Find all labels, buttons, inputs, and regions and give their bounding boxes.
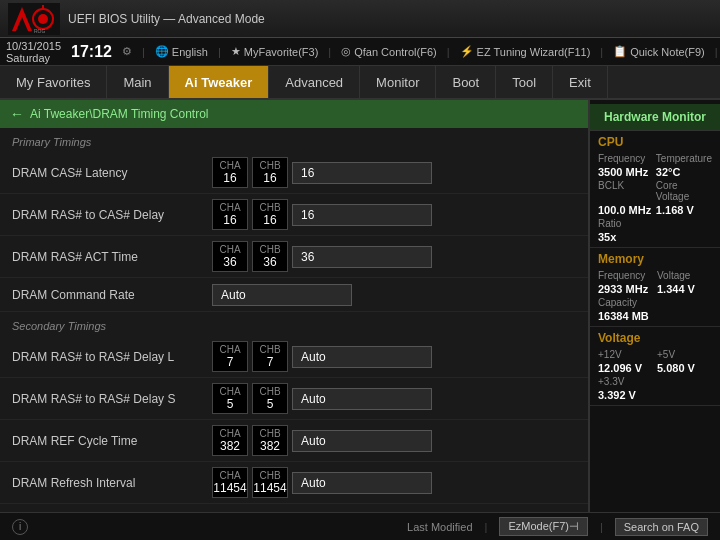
- hw-monitor-title: Hardware Monitor: [590, 104, 720, 131]
- value-bar[interactable]: Auto: [212, 284, 352, 306]
- table-row[interactable]: DRAM RAS# to RAS# Delay S CHA 5 CHB 5 Au…: [0, 378, 588, 420]
- nav-main[interactable]: Main: [107, 66, 168, 98]
- star-icon: ★: [231, 45, 241, 58]
- note-icon: 📋: [613, 45, 627, 58]
- table-row[interactable]: DRAM Refresh Interval CHA 11454 CHB 1145…: [0, 462, 588, 504]
- memory-grid: Frequency Voltage 2933 MHz 1.344 V Capac…: [598, 270, 712, 322]
- table-row[interactable]: DRAM WRITE Recovery Time Auto: [0, 504, 588, 510]
- setting-controls: CHA 7 CHB 7 Auto: [212, 341, 432, 372]
- value-bar[interactable]: Auto: [292, 472, 432, 494]
- cha-box: CHA 5: [212, 383, 248, 414]
- voltage-grid: +12V +5V 12.096 V 5.080 V +3.3V 3.392 V: [598, 349, 712, 401]
- cpu-corevolt-label: Core Voltage: [656, 180, 712, 202]
- footer-right: Last Modified | EzMode(F7)⊣ | Search on …: [407, 517, 708, 536]
- cpu-ratio-value: 35x: [598, 231, 652, 243]
- cpu-temp-value: 32°C: [656, 166, 712, 178]
- time-display: 17:12: [71, 43, 112, 61]
- setting-label: DRAM RAS# to RAS# Delay L: [12, 350, 212, 364]
- setting-label: DRAM RAS# to RAS# Delay S: [12, 392, 212, 406]
- v33-label: +3.3V: [598, 376, 653, 387]
- setting-label: DRAM RAS# ACT Time: [12, 250, 212, 264]
- cpu-bclk-value: 100.0 MHz: [598, 204, 652, 216]
- footer: i Last Modified | EzMode(F7)⊣ | Search o…: [0, 512, 720, 540]
- fan-icon: ◎: [341, 45, 351, 58]
- table-row[interactable]: DRAM RAS# to RAS# Delay L CHA 7 CHB 7 Au…: [0, 336, 588, 378]
- search-faq-button[interactable]: Search on FAQ: [615, 518, 708, 536]
- value-bar[interactable]: Auto: [292, 388, 432, 410]
- chb-box: CHB 16: [252, 157, 288, 188]
- value-bar[interactable]: 16: [292, 162, 432, 184]
- chb-box: CHB 7: [252, 341, 288, 372]
- back-button[interactable]: ←: [10, 106, 24, 122]
- v12-value: 12.096 V: [598, 362, 653, 374]
- setting-controls: CHA 5 CHB 5 Auto: [212, 383, 432, 414]
- cpu-temp-label: Temperature: [656, 153, 712, 164]
- ez-mode-button[interactable]: EzMode(F7)⊣: [499, 517, 588, 536]
- cpu-section-title: CPU: [598, 135, 712, 149]
- cpu-freq-value: 3500 MHz: [598, 166, 652, 178]
- value-bar[interactable]: Auto: [292, 346, 432, 368]
- setting-controls: CHA 11454 CHB 11454 Auto: [212, 467, 432, 498]
- content-area: Primary Timings DRAM CAS# Latency CHA 16…: [0, 128, 588, 510]
- footer-left: i: [12, 519, 28, 535]
- nav-advanced[interactable]: Advanced: [269, 66, 360, 98]
- setting-controls: Auto: [212, 284, 352, 306]
- setting-controls: CHA 16 CHB 16 16: [212, 199, 432, 230]
- v5-label: +5V: [657, 349, 712, 360]
- hardware-monitor-panel: Hardware Monitor CPU Frequency Temperatu…: [590, 100, 720, 512]
- table-row[interactable]: DRAM RAS# to CAS# Delay CHA 16 CHB 16 16: [0, 194, 588, 236]
- toolbar: 10/31/2015 Saturday 17:12 ⚙ | 🌐 English …: [0, 38, 720, 66]
- memory-section: Memory Frequency Voltage 2933 MHz 1.344 …: [590, 248, 720, 327]
- cha-box: CHA 36: [212, 241, 248, 272]
- setting-controls: Auto: [212, 510, 352, 511]
- value-bar[interactable]: 16: [292, 204, 432, 226]
- value-bar[interactable]: Auto: [292, 430, 432, 452]
- mem-cap-label: Capacity: [598, 297, 653, 308]
- value-bar[interactable]: Auto: [212, 510, 352, 511]
- setting-controls: CHA 382 CHB 382 Auto: [212, 425, 432, 456]
- table-row[interactable]: DRAM RAS# ACT Time CHA 36 CHB 36 36: [0, 236, 588, 278]
- quick-note-btn[interactable]: 📋 Quick Note(F9): [613, 45, 705, 58]
- my-favorite-btn[interactable]: ★ MyFavorite(F3): [231, 45, 319, 58]
- setting-label: DRAM RAS# to CAS# Delay: [12, 208, 212, 222]
- last-modified-label: Last Modified: [407, 521, 472, 533]
- nav-monitor[interactable]: Monitor: [360, 66, 436, 98]
- setting-controls: CHA 16 CHB 16 16: [212, 157, 432, 188]
- voltage-section-title: Voltage: [598, 331, 712, 345]
- table-row[interactable]: DRAM REF Cycle Time CHA 382 CHB 382 Auto: [0, 420, 588, 462]
- mem-volt-value: 1.344 V: [657, 283, 712, 295]
- nav-my-favorites[interactable]: My Favorites: [0, 66, 107, 98]
- title-bar: ROG UEFI BIOS Utility — Advanced Mode: [0, 0, 720, 38]
- title-text: UEFI BIOS Utility — Advanced Mode: [68, 12, 265, 26]
- chb-box: CHB 382: [252, 425, 288, 456]
- table-row[interactable]: DRAM Command Rate Auto: [0, 278, 588, 312]
- nav-ai-tweaker[interactable]: Ai Tweaker: [169, 66, 270, 98]
- cha-box: CHA 11454: [212, 467, 248, 498]
- svg-point-3: [38, 14, 48, 24]
- cha-box: CHA 382: [212, 425, 248, 456]
- setting-label: DRAM CAS# Latency: [12, 166, 212, 180]
- cha-box: CHA 16: [212, 199, 248, 230]
- ez-tuning-btn[interactable]: ⚡ EZ Tuning Wizard(F11): [460, 45, 591, 58]
- nav-boot[interactable]: Boot: [436, 66, 496, 98]
- table-row[interactable]: DRAM CAS# Latency CHA 16 CHB 16 16: [0, 152, 588, 194]
- mem-volt-label: Voltage: [657, 270, 712, 281]
- memory-section-title: Memory: [598, 252, 712, 266]
- primary-timings-header: Primary Timings: [0, 128, 588, 152]
- nav-exit[interactable]: Exit: [553, 66, 608, 98]
- value-bar[interactable]: 36: [292, 246, 432, 268]
- cpu-grid: Frequency Temperature 3500 MHz 32°C BCLK…: [598, 153, 712, 243]
- v12-label: +12V: [598, 349, 653, 360]
- qfan-btn[interactable]: ◎ Qfan Control(F6): [341, 45, 437, 58]
- breadcrumb: ← Ai Tweaker\DRAM Timing Control: [0, 100, 588, 128]
- language-selector[interactable]: 🌐 English: [155, 45, 208, 58]
- info-button[interactable]: i: [12, 519, 28, 535]
- nav-tool[interactable]: Tool: [496, 66, 553, 98]
- chb-box: CHB 36: [252, 241, 288, 272]
- secondary-timings-header: Secondary Timings: [0, 312, 588, 336]
- cha-box: CHA 7: [212, 341, 248, 372]
- mem-freq-label: Frequency: [598, 270, 653, 281]
- cpu-bclk-label: BCLK: [598, 180, 652, 202]
- mem-cap-value: 16384 MB: [598, 310, 653, 322]
- main-content: ← Ai Tweaker\DRAM Timing Control Primary…: [0, 100, 720, 512]
